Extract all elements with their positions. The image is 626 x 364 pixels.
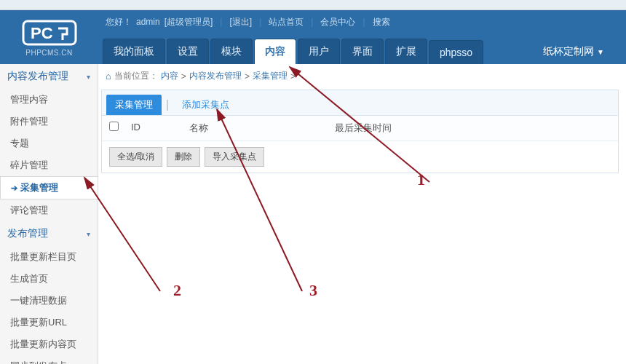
table-header: ID 名称 最后采集时间 xyxy=(102,116,618,141)
breadcrumb-label: 当前位置： xyxy=(114,70,158,82)
nav-tab-ext[interactable]: 扩展 xyxy=(385,39,427,64)
tab-separator: | xyxy=(165,95,170,115)
panel-tab-add-collect[interactable]: 添加采集点 xyxy=(173,95,238,115)
site-home-link[interactable]: 站点首页 xyxy=(269,16,304,28)
panel-tabs: 采集管理 | 添加采集点 xyxy=(102,90,618,116)
logout-link[interactable]: [退出] xyxy=(229,16,252,28)
sidebar-item-batch-content[interactable]: 批量更新内容页 xyxy=(0,333,98,355)
nav-tab-phpsso[interactable]: phpsso xyxy=(429,40,483,64)
nav-tabs: 我的面板 设置 模块 内容 用户 界面 扩展 phpsso 纸杯定制网 ▼ xyxy=(98,33,626,64)
select-all-checkbox[interactable] xyxy=(109,122,119,131)
sidebar-group-content-publish[interactable]: 内容发布管理 ▾ xyxy=(0,64,98,89)
breadcrumb-part[interactable]: 内容 xyxy=(161,70,178,82)
sidebar-group-publish[interactable]: 发布管理 ▾ xyxy=(0,221,98,246)
user-role[interactable]: [超级管理员] xyxy=(165,16,213,28)
sidebar-group-label: 发布管理 xyxy=(7,227,48,240)
logo-icon: PC xyxy=(20,18,79,47)
chevron-down-icon: ▼ xyxy=(597,48,604,56)
sidebar-item-topic[interactable]: 专题 xyxy=(0,132,98,154)
breadcrumb: ⌂ 当前位置： 内容 > 内容发布管理 > 采集管理 > xyxy=(101,67,626,85)
panel-tab-collect-manage[interactable]: 采集管理 xyxy=(106,95,162,115)
sidebar-item-manage-content[interactable]: 管理内容 xyxy=(0,89,98,111)
sidebar-item-sync-publish[interactable]: 同步到发布点 xyxy=(0,355,98,364)
sidebar-item-batch-column[interactable]: 批量更新栏目页 xyxy=(0,246,98,268)
home-icon[interactable]: ⌂ xyxy=(106,71,111,82)
greeting: 您好！ xyxy=(106,16,132,28)
nav-tab-mypanel[interactable]: 我的面板 xyxy=(103,39,165,64)
sidebar-item-clear-data[interactable]: 一键清理数据 xyxy=(0,290,98,312)
header: PC PHPCMS.CN 您好！ admin [超级管理员] | [退出] | … xyxy=(0,10,626,64)
sidebar-item-comment[interactable]: 评论管理 xyxy=(0,199,98,221)
col-id: ID xyxy=(131,122,189,135)
logo-text: PHPCMS.CN xyxy=(25,49,73,57)
search-link[interactable]: 搜索 xyxy=(373,16,390,28)
browser-chrome xyxy=(0,0,626,10)
breadcrumb-part[interactable]: 采集管理 xyxy=(253,70,288,82)
chevron-down-icon: ▾ xyxy=(87,230,90,238)
nav-tab-content[interactable]: 内容 xyxy=(254,39,296,64)
logo[interactable]: PC PHPCMS.CN xyxy=(0,10,98,64)
sidebar-item-fragment[interactable]: 碎片管理 xyxy=(0,154,98,176)
sidebar-item-attachment[interactable]: 附件管理 xyxy=(0,111,98,132)
import-button[interactable]: 导入采集点 xyxy=(205,147,264,167)
table-actions: 全选/取消 删除 导入采集点 xyxy=(102,141,618,173)
col-time: 最后采集时间 xyxy=(335,122,611,135)
user-bar: 您好！ admin [超级管理员] | [退出] | 站点首页 | 会员中心 |… xyxy=(98,10,626,33)
main-panel: 采集管理 | 添加采集点 ID 名称 最后采集时间 全选/取消 删除 导入采集点 xyxy=(101,90,619,173)
col-name: 名称 xyxy=(189,122,335,135)
nav-tab-module[interactable]: 模块 xyxy=(210,39,253,64)
select-all-button[interactable]: 全选/取消 xyxy=(109,147,162,167)
sidebar-item-collect[interactable]: 采集管理 xyxy=(0,176,98,199)
sidebar-group-label: 内容发布管理 xyxy=(7,70,68,83)
site-selector[interactable]: 纸杯定制网 ▼ xyxy=(536,39,611,64)
sidebar-item-batch-url[interactable]: 批量更新URL xyxy=(0,312,98,333)
svg-text:PC: PC xyxy=(31,24,53,42)
sidebar-item-gen-home[interactable]: 生成首页 xyxy=(0,268,98,290)
chevron-down-icon: ▾ xyxy=(87,73,90,81)
member-center-link[interactable]: 会员中心 xyxy=(320,16,355,28)
content-area: ⌂ 当前位置： 内容 > 内容发布管理 > 采集管理 > 采集管理 | 添加采集… xyxy=(98,64,626,364)
delete-button[interactable]: 删除 xyxy=(167,147,200,167)
sidebar: 内容发布管理 ▾ 管理内容 附件管理 专题 碎片管理 采集管理 评论管理 发布管… xyxy=(0,64,98,364)
site-selector-label: 纸杯定制网 xyxy=(543,45,594,58)
nav-tab-ui[interactable]: 界面 xyxy=(341,39,384,64)
breadcrumb-part[interactable]: 内容发布管理 xyxy=(189,70,242,82)
nav-tab-settings[interactable]: 设置 xyxy=(167,39,209,64)
nav-tab-user[interactable]: 用户 xyxy=(298,39,340,64)
username[interactable]: admin xyxy=(136,17,160,27)
